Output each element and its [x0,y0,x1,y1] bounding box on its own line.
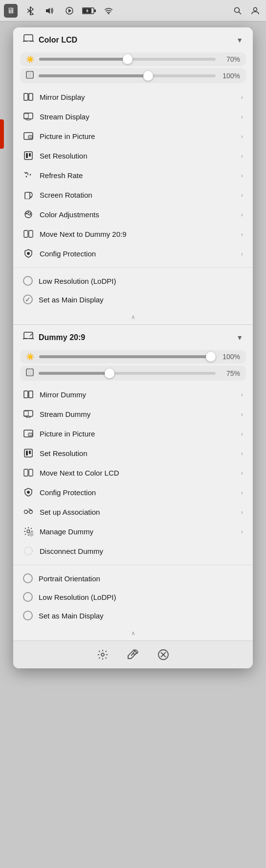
move-next-chevron: › [241,230,243,238]
dummy-opacity-icon [26,368,34,378]
dummy-collapse[interactable]: ∧ [13,627,253,640]
svg-point-29 [28,212,29,213]
svg-rect-48 [24,469,28,476]
svg-point-30 [30,213,31,214]
config-protection-label: Config Protection [40,250,235,258]
settings-button[interactable] [95,647,111,662]
config-protection-dummy-chevron: › [241,489,243,496]
pip-dummy-label: Picture in Picture [40,430,235,438]
color-lcd-header[interactable]: Color LCD ▼ [13,27,253,50]
bluetooth-icon[interactable] [23,4,37,18]
set-main-dummy-radio[interactable] [23,611,33,620]
bottom-toolbar [13,640,253,668]
brightness-track[interactable] [39,58,216,61]
volume-icon[interactable] [43,4,57,18]
mirror-dummy-item[interactable]: Mirror Dummy › [13,385,253,404]
svg-point-51 [24,510,28,514]
close-button[interactable] [155,647,171,662]
svg-rect-49 [29,469,33,476]
mirror-display-label: Mirror Display [40,93,235,101]
svg-marker-2 [68,9,71,13]
set-main-radio[interactable]: ✓ [23,295,33,304]
opacity-thumb[interactable] [143,71,153,81]
svg-rect-15 [29,93,33,100]
popup-panel: Color LCD ▼ ☀️ 70% [13,27,253,668]
color-lcd-menu: Mirror Display › Stream Display › [13,85,253,265]
opacity-track[interactable] [39,74,216,77]
dummy-opacity-value: 75% [221,369,240,377]
dummy-opacity-row[interactable]: 75% [20,365,246,381]
low-resolution-dummy-radio[interactable] [23,592,33,602]
dummy-radio: Portrait Orientation Low Resolution (LoD… [13,567,253,627]
dummy-header[interactable]: Dummy 20:9 ▼ [13,325,253,348]
brightness-thumb[interactable] [123,54,133,64]
pip-dummy-item[interactable]: Picture in Picture › [13,424,253,443]
stream-dummy-item[interactable]: Stream Dummy › [13,404,253,424]
portrait-item[interactable]: Portrait Orientation [13,569,253,588]
screen-rotation-label: Screen Rotation [40,191,235,199]
color-lcd-chevron[interactable]: ▼ [236,36,243,44]
dummy-brightness-row[interactable]: ☀️ 100% [20,350,246,364]
resolution-icon [23,150,34,161]
low-resolution-radio[interactable] [23,276,33,286]
config-protection-item[interactable]: Config Protection › [13,244,253,263]
battery-icon[interactable] [82,4,96,18]
set-main-dummy-item[interactable]: Set as Main Display [13,606,253,625]
dummy-chevron[interactable]: ▼ [236,334,243,342]
pip-item[interactable]: Picture in Picture › [13,126,253,146]
mirror-dummy-icon [23,389,34,400]
low-resolution-dummy-item[interactable]: Low Resolution (LoDPI) [13,588,253,606]
refresh-rate-item[interactable]: Refresh Rate › [13,165,253,185]
manage-dummy-item[interactable]: Manage Dummy › [13,522,253,541]
stream-display-item[interactable]: Stream Display › [13,107,253,126]
wifi-icon[interactable] [102,4,115,18]
play-icon[interactable] [63,4,76,18]
dummy-brightness-thumb[interactable] [206,352,216,362]
svg-point-57 [101,653,104,656]
opacity-slider-row[interactable]: 100% [20,68,246,83]
svg-rect-17 [24,114,28,118]
mirror-dummy-label: Mirror Dummy [40,390,235,399]
disconnect-dummy-item[interactable]: Disconnect Dummy [13,541,253,561]
menubar-right [231,4,262,18]
disconnect-icon [23,546,34,556]
refresh-rate-chevron: › [241,172,243,179]
move-next-dummy-item[interactable]: Move Next to Color LCD › [13,463,253,482]
color-adjustments-item[interactable]: Color Adjustments › [13,205,253,224]
portrait-radio[interactable] [23,573,33,583]
svg-point-50 [27,491,30,494]
mirror-icon [23,91,34,102]
dummy-collapse-icon: ∧ [131,630,135,637]
set-up-association-item[interactable]: Set up Association › [13,502,253,522]
opacity-icon [26,71,34,80]
dummy-opacity-thumb[interactable] [105,368,114,378]
stream-dummy-icon [23,409,34,419]
low-resolution-item[interactable]: Low Resolution (LoDPI) [13,272,253,290]
portrait-label: Portrait Orientation [39,574,100,583]
color-lcd-collapse[interactable]: ∧ [13,311,253,324]
set-resolution-dummy-item[interactable]: Set Resolution › [13,443,253,463]
user-icon[interactable] [248,4,262,18]
dummy-brightness-value: 100% [221,353,240,361]
tools-button[interactable] [125,647,141,662]
config-protection-dummy-item[interactable]: Config Protection › [13,482,253,502]
svg-rect-45 [24,449,32,457]
set-up-association-label: Set up Association [40,508,235,516]
move-next-item[interactable]: Move Next to Dummy 20:9 › [13,224,253,244]
set-main-label: Set as Main Display [39,296,104,304]
pip-icon [23,131,34,141]
dummy-brightness-track[interactable] [39,355,216,358]
set-resolution-item[interactable]: Set Resolution › [13,146,253,165]
svg-rect-47 [29,451,31,454]
display-icon[interactable]: 🖥 [4,4,18,18]
brightness-fill [39,58,128,61]
brightness-slider-row[interactable]: ☀️ 70% [20,52,246,66]
low-resolution-label: Low Resolution (LoDPI) [39,277,116,285]
dummy-opacity-track[interactable] [39,372,216,375]
search-icon[interactable] [231,4,244,18]
set-main-display-item[interactable]: ✓ Set as Main Display [13,290,253,309]
pip-chevron: › [241,133,243,140]
screen-rotation-item[interactable]: Screen Rotation › [13,185,253,205]
color-lcd-radio: Low Resolution (LoDPI) ✓ Set as Main Dis… [13,270,253,311]
mirror-display-item[interactable]: Mirror Display › [13,87,253,107]
